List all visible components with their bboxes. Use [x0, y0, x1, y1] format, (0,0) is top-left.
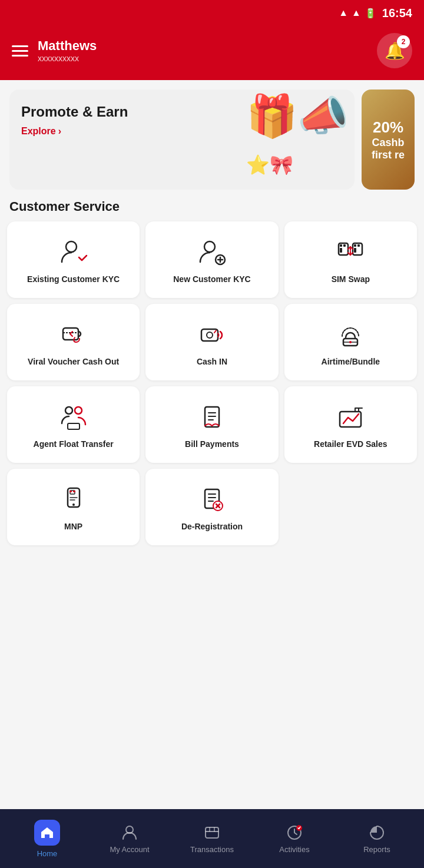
status-time: 16:54 [382, 6, 412, 20]
agent-float-icon [58, 402, 89, 433]
sim-swap-label: SIM Swap [332, 274, 370, 284]
retailer-evd-label: Retailer EVD Sales [314, 439, 387, 449]
viral-voucher-label: Viral Voucher Cash Out [28, 356, 119, 367]
status-bar: ▲ ▲ 🔋 16:54 [0, 0, 424, 26]
new-kyc-label: New Customer KYC [173, 274, 250, 284]
svg-rect-9 [357, 244, 360, 247]
airtime-bundle-label: Airtime/Bundle [322, 356, 380, 367]
mnp-label: MNP [64, 521, 82, 532]
sim-swap-button[interactable]: SIM Swap [284, 221, 417, 298]
existing-kyc-label: Existing Customer KYC [27, 274, 120, 284]
transactions-icon [203, 824, 221, 842]
svg-rect-4 [340, 244, 342, 247]
notification-button[interactable]: 🔔 2 [377, 33, 412, 68]
existing-kyc-icon [58, 237, 89, 268]
sim-swap-icon [335, 237, 366, 268]
retailer-evd-button[interactable]: Retailer EVD Sales [284, 386, 417, 463]
signal-icon: ▲ [352, 8, 361, 18]
banner-promote-earn[interactable]: Promote & Earn Explore › 🎁📣 ⭐🎀 [9, 90, 355, 190]
service-grid-row1: Existing Customer KYC New Customer KYC S… [0, 221, 424, 298]
account-number: xxxxxxxxxx [38, 54, 97, 63]
header: Matthews xxxxxxxxxx 🔔 2 [0, 26, 424, 80]
service-grid-row2: Viral Voucher Cash Out Cash IN Airtime/B… [0, 304, 424, 380]
notification-badge: 2 [397, 35, 410, 48]
cashback-percent: 20% [373, 118, 403, 137]
battery-icon: 🔋 [365, 8, 376, 19]
nav-my-account-label: My Account [110, 845, 149, 854]
home-icon [39, 825, 55, 840]
nav-home-label: Home [37, 849, 58, 858]
svg-point-17 [65, 407, 72, 414]
svg-rect-33 [206, 827, 218, 838]
bill-payments-icon [197, 402, 227, 433]
service-grid-row3: Agent Float Transfer Bill Payments Retai… [0, 386, 424, 463]
bill-payments-label: Bill Payments [185, 439, 239, 449]
cashback-line2: first re [372, 149, 405, 161]
customer-service-title: Customer Service [0, 199, 424, 221]
new-kyc-button[interactable]: New Customer KYC [145, 221, 278, 298]
svg-rect-10 [354, 248, 356, 253]
banner-illustration-icon: 🎁📣 ⭐🎀 [246, 95, 349, 178]
retailer-evd-icon [335, 402, 366, 433]
nav-transactions-label: Transactions [190, 845, 234, 854]
hamburger-menu[interactable] [12, 45, 28, 57]
viral-voucher-button[interactable]: Viral Voucher Cash Out [7, 304, 140, 380]
bottom-nav: Home My Account Transactions Activities [0, 809, 424, 868]
home-icon-container [34, 820, 60, 846]
explore-arrow: › [58, 126, 61, 137]
wifi-icon: ▲ [339, 8, 348, 18]
nav-home[interactable]: Home [6, 820, 88, 858]
my-account-icon [121, 824, 138, 842]
cash-in-button[interactable]: Cash IN [145, 304, 278, 380]
cash-in-label: Cash IN [197, 356, 227, 367]
svg-rect-8 [354, 244, 356, 247]
de-registration-label: De-Registration [181, 521, 243, 532]
nav-my-account[interactable]: My Account [88, 824, 171, 854]
nav-reports-label: Reports [363, 845, 390, 854]
nav-activities-label: Activities [279, 845, 309, 854]
svg-rect-19 [68, 423, 80, 429]
svg-rect-5 [343, 244, 346, 247]
banner-cashback[interactable]: 20% Cashb first re [362, 90, 415, 190]
airtime-bundle-icon [335, 320, 366, 350]
agent-float-label: Agent Float Transfer [34, 439, 114, 449]
nav-activities[interactable]: Activities [253, 824, 336, 854]
mnp-button[interactable]: MNP [7, 469, 140, 545]
nav-transactions[interactable]: Transactions [171, 824, 253, 854]
agent-float-button[interactable]: Agent Float Transfer [7, 386, 140, 463]
explore-label: Explore [21, 126, 56, 137]
svg-point-18 [75, 407, 82, 414]
svg-rect-6 [340, 248, 342, 253]
svg-point-0 [66, 241, 77, 252]
airtime-bundle-button[interactable]: Airtime/Bundle [284, 304, 417, 380]
viral-voucher-icon [58, 320, 89, 350]
service-grid-row4: MNP De-Registration [0, 469, 424, 545]
svg-point-1 [204, 241, 215, 252]
username: Matthews [38, 38, 97, 54]
svg-rect-25 [69, 491, 72, 492]
de-registration-icon [197, 485, 227, 515]
activities-icon [286, 824, 303, 842]
cash-in-icon [197, 320, 227, 350]
svg-point-16 [349, 341, 352, 343]
new-kyc-icon [197, 237, 227, 268]
svg-point-27 [72, 503, 75, 506]
mnp-icon [58, 485, 89, 515]
svg-rect-26 [73, 491, 75, 492]
svg-point-13 [207, 332, 213, 338]
banner-container: Promote & Earn Explore › 🎁📣 ⭐🎀 20% Cashb… [0, 80, 424, 199]
user-info: Matthews xxxxxxxxxx [38, 38, 97, 63]
de-registration-button[interactable]: De-Registration [145, 469, 278, 545]
cashback-line1: Cashb [372, 137, 404, 149]
existing-kyc-button[interactable]: Existing Customer KYC [7, 221, 140, 298]
bill-payments-button[interactable]: Bill Payments [145, 386, 278, 463]
reports-icon [368, 824, 386, 842]
nav-reports[interactable]: Reports [336, 824, 418, 854]
